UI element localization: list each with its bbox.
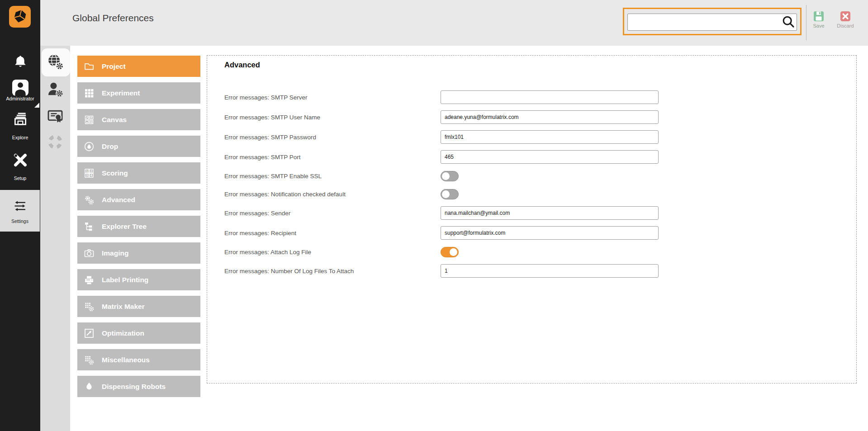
user-gear-icon bbox=[47, 81, 63, 97]
save-button-label: Save bbox=[808, 23, 829, 28]
sidebar-item-explore-label: Explore bbox=[0, 135, 40, 140]
sliders-icon bbox=[0, 199, 40, 213]
smtp-server-input[interactable] bbox=[441, 90, 659, 104]
bell-icon bbox=[12, 54, 28, 71]
canvas-panes-icon bbox=[84, 114, 95, 125]
header-bar: Global Preferences Save Discard bbox=[40, 0, 868, 46]
category-support[interactable] bbox=[47, 134, 63, 150]
discard-x-icon bbox=[840, 11, 851, 22]
setting-label: Error messages: Attach Log File bbox=[224, 249, 441, 256]
sender-input[interactable] bbox=[441, 206, 659, 220]
smtp-enable-ssl-toggle[interactable] bbox=[441, 171, 459, 181]
menu-item-label: Imaging bbox=[102, 249, 128, 257]
menu-item-label: Optimization bbox=[102, 329, 144, 337]
search-icon[interactable] bbox=[782, 15, 795, 28]
setting-row-recipient: Error messages: Recipient bbox=[224, 223, 830, 243]
administrator-expand-triangle[interactable] bbox=[34, 103, 39, 108]
sidebar-item-settings-label: Settings bbox=[0, 218, 40, 224]
app-logo[interactable] bbox=[9, 6, 31, 28]
menu-item-optimization[interactable]: Optimization bbox=[77, 322, 200, 344]
globe-gear-icon bbox=[47, 54, 63, 70]
rock-gem-icon bbox=[11, 8, 29, 26]
attach-log-file-toggle[interactable] bbox=[441, 247, 459, 257]
setting-row-smtp-password: Error messages: SMTP Password bbox=[224, 127, 830, 147]
menu-item-matrix-maker[interactable]: Matrix Maker bbox=[77, 296, 200, 317]
misc-gear-icon bbox=[84, 355, 95, 365]
menu-item-project[interactable]: Project bbox=[77, 56, 200, 77]
setting-label: Error messages: SMTP Password bbox=[224, 134, 441, 141]
notification-default-toggle[interactable] bbox=[441, 189, 459, 199]
header-divider bbox=[806, 5, 806, 40]
menu-item-label: Drop bbox=[102, 142, 118, 151]
sidebar-item-notifications[interactable] bbox=[0, 54, 40, 71]
menu-item-label: Experiment bbox=[102, 89, 140, 97]
settings-rows: Error messages: SMTP Server Error messag… bbox=[224, 87, 830, 281]
setting-row-smtp-port: Error messages: SMTP Port bbox=[224, 147, 830, 167]
setting-label: Error messages: SMTP Server bbox=[224, 94, 441, 101]
menu-item-label: Dispensing Robots bbox=[102, 383, 166, 391]
sidebar-item-setup[interactable] bbox=[0, 152, 40, 169]
gears-icon bbox=[84, 194, 95, 205]
menu-item-label: Miscellaneous bbox=[102, 356, 150, 364]
setting-label: Error messages: Recipient bbox=[224, 230, 441, 237]
menu-item-label: Label Printing bbox=[102, 276, 148, 284]
discard-button[interactable]: Discard bbox=[832, 11, 859, 28]
setting-label: Error messages: Sender bbox=[224, 210, 441, 217]
discard-button-label: Discard bbox=[832, 23, 859, 28]
menu-item-label: Scoring bbox=[102, 169, 128, 177]
setting-row-smtp-username: Error messages: SMTP User Name bbox=[224, 107, 830, 127]
menu-item-label: Explorer Tree bbox=[102, 223, 147, 231]
menu-item-label: Advanced bbox=[102, 196, 135, 204]
category-license[interactable] bbox=[47, 108, 63, 124]
category-global-preferences[interactable] bbox=[47, 54, 63, 70]
certificate-icon bbox=[47, 108, 63, 124]
menu-item-advanced[interactable]: Advanced bbox=[77, 189, 200, 210]
settings-category-rail bbox=[40, 46, 70, 431]
setting-row-smtp-enable-ssl: Error messages: SMTP Enable SSL bbox=[224, 167, 830, 185]
menu-item-miscellaneous[interactable]: Miscellaneous bbox=[77, 349, 200, 370]
smtp-password-input[interactable] bbox=[441, 130, 659, 144]
setting-row-attach-log-file: Error messages: Attach Log File bbox=[224, 243, 830, 261]
menu-item-canvas[interactable]: Canvas bbox=[77, 109, 200, 130]
toggle-knob bbox=[442, 172, 450, 180]
menu-item-label-printing[interactable]: Label Printing bbox=[77, 269, 200, 290]
tree-icon bbox=[84, 221, 95, 232]
menu-item-scoring[interactable]: 1 2 3 4 Scoring bbox=[77, 162, 200, 184]
preferences-menu: Project Experiment Canvas D bbox=[77, 56, 200, 403]
sidebar-item-setup-label: Setup bbox=[0, 175, 40, 181]
setting-label: Error messages: Number Of Log Files To A… bbox=[224, 268, 441, 275]
section-title: Advanced bbox=[224, 61, 260, 69]
tools-icon bbox=[12, 152, 29, 169]
save-floppy-icon bbox=[813, 11, 824, 22]
matrix-gear-icon bbox=[84, 301, 95, 312]
menu-item-label: Project bbox=[102, 62, 126, 71]
setting-label: Error messages: Notification checked def… bbox=[224, 191, 441, 198]
setting-row-sender: Error messages: Sender bbox=[224, 203, 830, 223]
smtp-port-input[interactable] bbox=[441, 150, 659, 164]
menu-item-explorer-tree[interactable]: Explorer Tree bbox=[77, 216, 200, 237]
water-drop-icon bbox=[84, 381, 95, 392]
explore-folders-icon bbox=[12, 111, 28, 127]
svg-text:1: 1 bbox=[86, 169, 88, 172]
category-user-preferences[interactable] bbox=[47, 81, 63, 97]
camera-icon bbox=[84, 248, 95, 259]
search-input[interactable] bbox=[627, 14, 797, 31]
trend-arrow-icon bbox=[84, 328, 95, 339]
setting-label: Error messages: SMTP Port bbox=[224, 154, 441, 161]
sidebar-item-administrator[interactable] bbox=[0, 80, 40, 96]
smtp-username-input[interactable] bbox=[441, 110, 659, 124]
menu-item-experiment[interactable]: Experiment bbox=[77, 82, 200, 104]
primary-sidebar: Administrator Explore Setup bbox=[0, 0, 40, 431]
grid-icon bbox=[84, 88, 95, 99]
save-button[interactable]: Save bbox=[808, 11, 829, 28]
menu-item-dispensing-robots[interactable]: Dispensing Robots bbox=[77, 376, 200, 397]
sidebar-item-explore[interactable] bbox=[0, 111, 40, 127]
svg-text:4: 4 bbox=[90, 174, 92, 177]
menu-item-drop[interactable]: Drop bbox=[77, 136, 200, 157]
log-files-count-input[interactable] bbox=[441, 264, 659, 278]
recipient-input[interactable] bbox=[441, 226, 659, 240]
drop-circle-icon bbox=[84, 141, 95, 152]
sidebar-item-settings[interactable]: Settings bbox=[0, 190, 40, 232]
menu-item-imaging[interactable]: Imaging bbox=[77, 242, 200, 264]
printer-icon bbox=[84, 275, 95, 285]
